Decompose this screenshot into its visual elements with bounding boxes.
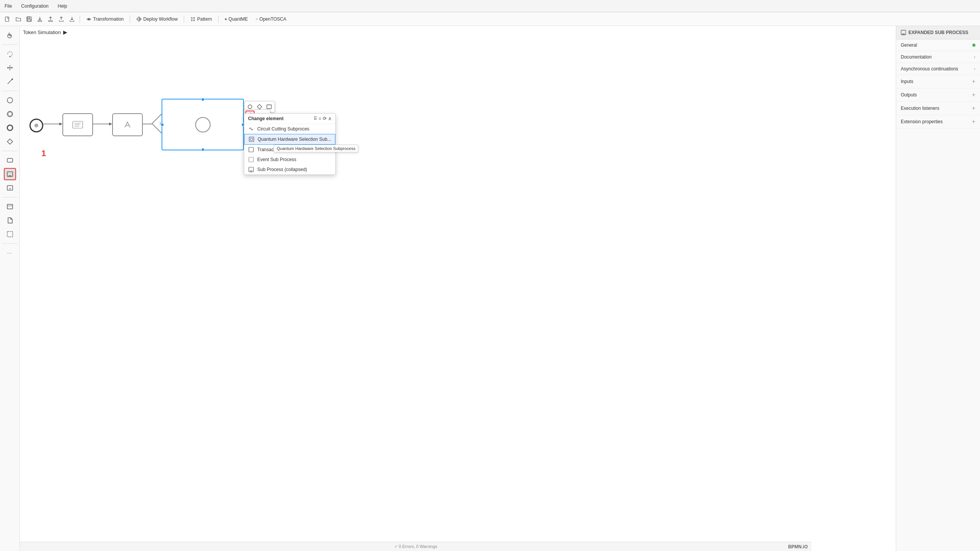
menu-file[interactable]: File xyxy=(3,3,13,10)
section-inputs-label: Inputs xyxy=(901,79,913,84)
tool-separator-5 xyxy=(2,243,18,244)
section-extension-plus[interactable]: + xyxy=(972,118,975,125)
quantme-label: QuantME xyxy=(229,16,248,22)
menu-help[interactable]: Help xyxy=(56,3,69,10)
laser-pointer-tool[interactable] xyxy=(4,75,16,88)
opentosca-button[interactable]: ○ OpenTOSCA xyxy=(253,15,290,23)
section-extension-properties[interactable]: Extension properties + xyxy=(896,115,980,129)
circuit-icon xyxy=(248,126,254,132)
quantum-tooltip: Quantum Hardware Selection Subprocess xyxy=(274,145,358,152)
section-documentation[interactable]: Documentation › xyxy=(896,51,980,63)
resize-handle-bottom[interactable] xyxy=(201,148,204,151)
hand-tool[interactable] xyxy=(4,29,16,41)
subprocess-inner-element xyxy=(195,117,211,132)
dropdown-item-quantum[interactable]: Quantum Hardware Selection Sub... xyxy=(244,134,335,145)
canvas[interactable]: Token Simulation ▶ xyxy=(20,26,896,551)
dh-list-icon[interactable]: ≡ xyxy=(318,116,321,121)
menu-configuration[interactable]: Configuration xyxy=(20,3,50,10)
open-file-button[interactable] xyxy=(14,15,23,24)
data-object-tool[interactable] xyxy=(4,214,16,227)
section-general[interactable]: General xyxy=(896,39,980,51)
gateway-tool[interactable] xyxy=(4,135,16,148)
dropdown-item-event-sub[interactable]: Event Sub Process xyxy=(244,155,335,165)
tool-separator-2 xyxy=(2,91,18,91)
section-inputs-plus[interactable]: + xyxy=(972,78,975,85)
quantme-button[interactable]: ● QuantME xyxy=(222,15,251,23)
dh-close-icon[interactable]: ∧ xyxy=(328,116,332,121)
svg-point-38 xyxy=(248,105,252,109)
sub-collapsed-icon xyxy=(248,166,254,173)
section-outputs-plus[interactable]: + xyxy=(972,91,975,98)
flow-1 xyxy=(43,121,62,127)
section-outputs-label: Outputs xyxy=(901,92,917,98)
svg-marker-17 xyxy=(7,139,13,144)
start-event-tool[interactable] xyxy=(4,94,16,106)
group-tool[interactable] xyxy=(4,228,16,240)
dropdown-item-circuit[interactable]: Circuit Cutting Subproces xyxy=(244,124,335,134)
svg-rect-44 xyxy=(249,147,253,152)
svg-rect-47 xyxy=(250,171,252,172)
svg-rect-27 xyxy=(7,231,13,237)
svg-rect-45 xyxy=(249,157,253,162)
event-sub-icon xyxy=(248,156,254,163)
dh-refresh-icon[interactable]: ⟳ xyxy=(323,116,327,121)
token-sim-label: Token Simulation xyxy=(23,29,61,35)
right-panel: EXPANDED SUB PROCESS General Documentati… xyxy=(896,26,980,551)
svg-rect-3 xyxy=(28,19,31,21)
svg-marker-29 xyxy=(59,122,62,126)
pool-tool[interactable] xyxy=(4,201,16,213)
start-event[interactable] xyxy=(29,119,43,132)
section-async[interactable]: Asynchronous continuations › xyxy=(896,63,980,75)
pattern-button[interactable]: Pattern xyxy=(187,15,215,23)
section-execution-listeners[interactable]: Execution listeners + xyxy=(896,102,980,115)
token-sim-icon[interactable]: ▶ xyxy=(63,29,67,35)
dropdown-item-sub-collapsed-label: Sub Process (collapsed) xyxy=(257,167,307,172)
svg-rect-7 xyxy=(191,20,193,21)
svg-rect-5 xyxy=(191,17,193,19)
transformation-button[interactable]: Transformation xyxy=(83,15,127,23)
import-button[interactable] xyxy=(46,15,55,24)
lasso-tool[interactable] xyxy=(4,48,16,60)
svg-rect-40 xyxy=(267,105,271,109)
subprocess-collapsed-tool[interactable] xyxy=(4,182,16,194)
section-outputs[interactable]: Outputs + xyxy=(896,88,980,102)
end-event-tool[interactable] xyxy=(4,122,16,134)
svg-rect-0 xyxy=(5,17,9,21)
task-2-icon xyxy=(122,119,133,130)
transaction-icon xyxy=(248,147,254,153)
expanded-subprocess-icon xyxy=(901,30,906,35)
deploy-workflow-button[interactable]: Deploy Workflow xyxy=(133,15,181,23)
task-1[interactable] xyxy=(62,113,93,136)
resize-handle-left[interactable] xyxy=(161,123,164,126)
space-tool[interactable] xyxy=(4,62,16,74)
save-button[interactable] xyxy=(24,15,34,24)
new-file-button[interactable] xyxy=(3,15,12,24)
subprocess-expanded-tool[interactable] xyxy=(4,168,16,180)
status-text: ✓ 0 Errors, 0 Warnings xyxy=(394,544,438,549)
svg-marker-35 xyxy=(109,122,112,126)
upload-button[interactable] xyxy=(57,15,66,24)
task-tool[interactable] xyxy=(4,154,16,166)
dropdown-item-sub-collapsed[interactable]: Sub Process (collapsed) xyxy=(244,165,335,174)
svg-marker-39 xyxy=(257,104,262,109)
section-execution-label: Execution listeners xyxy=(901,106,939,111)
export-button[interactable] xyxy=(35,15,44,24)
task-2[interactable] xyxy=(112,113,143,136)
menubar: File Configuration Help xyxy=(0,0,980,12)
resize-handle-top[interactable] xyxy=(201,98,204,101)
section-execution-plus[interactable]: + xyxy=(972,105,975,112)
more-tools-button[interactable]: ··· xyxy=(4,247,16,259)
right-panel-title: EXPANDED SUB PROCESS xyxy=(908,30,968,35)
intermediate-event-tool[interactable] xyxy=(4,108,16,120)
expanded-subprocess[interactable] xyxy=(162,99,244,150)
bpmn-logo: BPMN.iO xyxy=(788,544,808,549)
svg-point-12 xyxy=(11,78,13,80)
dh-grid-icon[interactable]: ⠿ xyxy=(314,116,317,121)
tool-separator-1 xyxy=(2,44,18,45)
dropdown-header-icons: ⠿ ≡ ⟳ ∧ xyxy=(314,116,332,121)
svg-point-13 xyxy=(7,98,13,103)
change-element-dropdown: Change element ⠿ ≡ ⟳ ∧ Circuit Cutting S… xyxy=(244,113,336,175)
pattern-label: Pattern xyxy=(197,16,212,22)
download-button[interactable] xyxy=(67,15,77,24)
section-inputs[interactable]: Inputs + xyxy=(896,75,980,88)
